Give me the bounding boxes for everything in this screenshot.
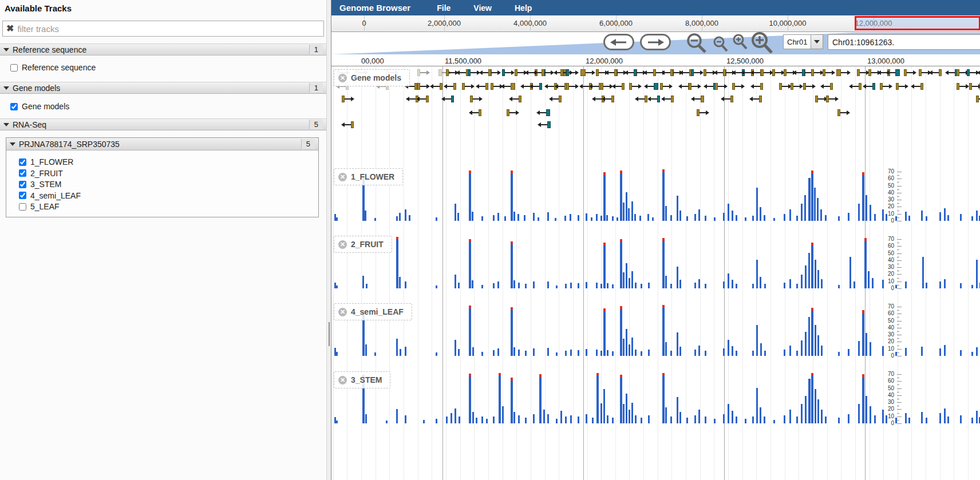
- detail-ruler[interactable]: 00,00011,500,00012,000,00012,500,00013,0…: [331, 55, 980, 66]
- gene-feature-glyph[interactable]: [417, 82, 430, 90]
- gene-feature-glyph[interactable]: [509, 95, 521, 102]
- close-track-icon[interactable]: ✕: [338, 376, 347, 384]
- gene-feature-glyph[interactable]: [629, 82, 642, 90]
- gene-feature-glyph[interactable]: [697, 109, 709, 116]
- gene-feature-glyph[interactable]: [342, 95, 354, 102]
- gene-feature-glyph[interactable]: [462, 82, 475, 90]
- gene-feature-glyph[interactable]: [976, 95, 980, 102]
- gene-feature-glyph[interactable]: [589, 82, 602, 90]
- gene-feature-glyph[interactable]: [470, 95, 483, 102]
- overview-highlight-region[interactable]: [855, 16, 980, 30]
- track-checkbox-reference-sequence[interactable]: Reference sequence: [10, 63, 96, 72]
- zoom-in-large-button[interactable]: [749, 31, 774, 55]
- gene-feature-glyph[interactable]: [886, 69, 900, 76]
- chromosome-select[interactable]: Chr01: [783, 34, 823, 49]
- gene-feature-glyph[interactable]: [896, 82, 908, 90]
- gene-feature-glyph[interactable]: [691, 95, 704, 102]
- gene-feature-glyph[interactable]: [469, 109, 481, 116]
- splitter-drag-handle[interactable]: [329, 322, 330, 346]
- gene-feature-glyph[interactable]: [749, 95, 762, 102]
- gene-feature-glyph[interactable]: [679, 69, 692, 76]
- gene-feature-glyph[interactable]: [501, 82, 515, 90]
- gene-feature-glyph[interactable]: [820, 82, 833, 90]
- filter-tracks-box[interactable]: ✖: [2, 21, 324, 37]
- track-label-2_fruit[interactable]: ✕2_FRUIT: [334, 236, 392, 253]
- gene-feature-glyph[interactable]: [811, 69, 824, 76]
- gene-feature-glyph[interactable]: [836, 69, 851, 76]
- group-header-prjna788174[interactable]: PRJNA788174_SRP350735 5: [6, 138, 318, 150]
- zoom-out-small-button[interactable]: [713, 36, 729, 53]
- gene-feature-glyph[interactable]: [488, 69, 501, 76]
- gene-feature-glyph[interactable]: [837, 109, 850, 116]
- close-track-icon[interactable]: ✕: [338, 308, 347, 316]
- 5_leaf-checkbox[interactable]: [19, 203, 26, 211]
- gene-feature-glyph[interactable]: [721, 95, 733, 102]
- 1_flower-checkbox[interactable]: [19, 158, 26, 166]
- gene-feature-glyph[interactable]: [750, 82, 763, 90]
- gene-feature-glyph[interactable]: [542, 69, 554, 76]
- gene-feature-glyph[interactable]: [772, 69, 785, 76]
- gene-feature-glyph[interactable]: [502, 69, 515, 76]
- gene-feature-glyph[interactable]: [644, 82, 658, 90]
- gene-feature-glyph[interactable]: [602, 95, 614, 102]
- gene-feature-glyph[interactable]: [904, 69, 916, 76]
- gene-feature-glyph[interactable]: [444, 82, 456, 90]
- gene-feature-glyph[interactable]: [456, 69, 469, 76]
- track-label-3_stem[interactable]: ✕3_STEM: [334, 371, 390, 388]
- gene-feature-glyph[interactable]: [715, 82, 728, 90]
- section-header-rna-seq[interactable]: RNA-Seq 5: [0, 118, 326, 130]
- track-checkbox-4_semi_leaf[interactable]: 4_semi_LEAF: [19, 191, 81, 200]
- track-checkbox-1_flower[interactable]: 1_FLOWER: [19, 157, 73, 166]
- gene-feature-glyph[interactable]: [661, 95, 674, 102]
- gene-feature-glyph[interactable]: [566, 69, 579, 76]
- gene-feature-glyph[interactable]: [761, 69, 773, 76]
- gene-feature-glyph[interactable]: [969, 82, 980, 90]
- gene-feature-glyph[interactable]: [538, 121, 551, 128]
- gene-feature-glyph[interactable]: [430, 82, 442, 90]
- menu-view[interactable]: View: [462, 3, 503, 13]
- gene-feature-glyph[interactable]: [826, 95, 839, 102]
- section-header-gene-models[interactable]: Gene models 1: [0, 82, 326, 94]
- gene-feature-glyph[interactable]: [977, 69, 980, 76]
- gene-feature-glyph[interactable]: [635, 95, 647, 102]
- panel-splitter[interactable]: [326, 0, 331, 480]
- gene-feature-glyph[interactable]: [600, 82, 613, 90]
- track-area[interactable]: 0102030405060700102030405060700102030405…: [331, 66, 980, 480]
- gene-feature-glyph[interactable]: [566, 82, 579, 90]
- track-checkbox-gene-models[interactable]: Gene models: [10, 102, 69, 111]
- gene-feature-glyph[interactable]: [689, 82, 701, 90]
- gene-feature-glyph[interactable]: [691, 69, 704, 76]
- gene-feature-glyph[interactable]: [416, 95, 429, 102]
- gene-feature-glyph[interactable]: [823, 69, 835, 76]
- gene-models-checkbox[interactable]: [10, 103, 18, 110]
- track-label-4_semi_leaf[interactable]: ✕4_semi_LEAF: [334, 303, 412, 320]
- gene-feature-glyph[interactable]: [660, 82, 673, 90]
- zoom-in-small-button[interactable]: [732, 34, 748, 51]
- 4_semi_leaf-checkbox[interactable]: [19, 192, 26, 199]
- gene-feature-glyph[interactable]: [507, 109, 519, 116]
- gene-feature-glyph[interactable]: [549, 95, 562, 102]
- gene-feature-glyph[interactable]: [417, 69, 430, 76]
- gene-feature-glyph[interactable]: [849, 82, 862, 90]
- gene-feature-glyph[interactable]: [441, 95, 454, 102]
- gene-feature-glyph[interactable]: [791, 82, 803, 90]
- gene-feature-glyph[interactable]: [929, 69, 942, 76]
- gene-feature-glyph[interactable]: [468, 69, 480, 76]
- gene-feature-glyph[interactable]: [476, 82, 488, 90]
- close-track-icon[interactable]: ✕: [338, 74, 347, 82]
- gene-feature-glyph[interactable]: [580, 69, 595, 76]
- gene-feature-glyph[interactable]: [857, 69, 870, 76]
- clear-filter-icon[interactable]: ✖: [6, 24, 14, 33]
- menu-file[interactable]: File: [425, 3, 462, 13]
- gene-feature-glyph[interactable]: [647, 95, 660, 102]
- 3_stem-checkbox[interactable]: [19, 181, 26, 188]
- track-checkbox-5_leaf[interactable]: 5_LEAF: [19, 202, 60, 211]
- gene-feature-glyph[interactable]: [529, 82, 542, 90]
- reference-sequence-checkbox[interactable]: [10, 64, 18, 72]
- menu-help[interactable]: Help: [503, 3, 543, 13]
- gene-feature-glyph[interactable]: [732, 82, 745, 90]
- gene-feature-glyph[interactable]: [957, 82, 969, 90]
- gene-feature-glyph[interactable]: [945, 69, 958, 76]
- gene-feature-glyph[interactable]: [536, 109, 550, 116]
- location-input[interactable]: Chr01:10961263.: [828, 34, 980, 50]
